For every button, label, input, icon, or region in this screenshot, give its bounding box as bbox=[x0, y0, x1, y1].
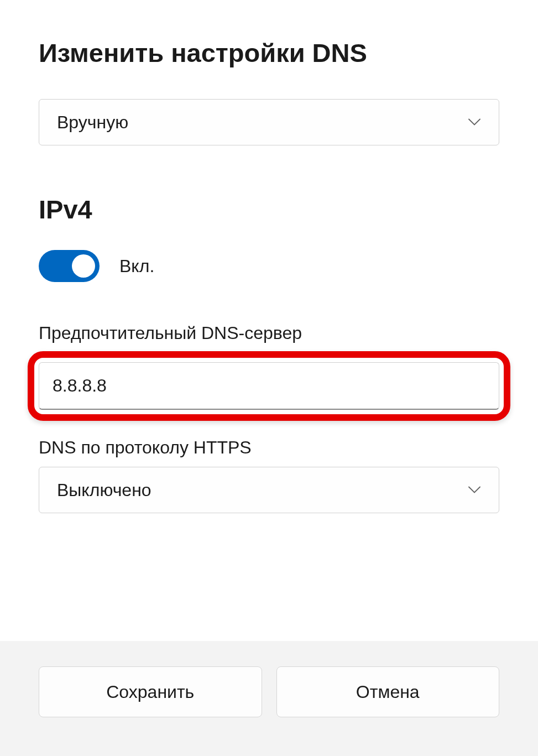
doh-dropdown-value: Выключено bbox=[57, 480, 152, 500]
preferred-dns-label: Предпочтительный DNS-сервер bbox=[39, 323, 499, 343]
mode-dropdown[interactable]: Вручную bbox=[39, 99, 499, 145]
chevron-down-icon bbox=[468, 483, 481, 497]
dns-settings-dialog: Изменить настройки DNS Вручную IPv4 Вкл.… bbox=[0, 0, 538, 756]
ipv4-section-title: IPv4 bbox=[39, 194, 499, 225]
preferred-dns-input[interactable] bbox=[39, 362, 499, 410]
dialog-content: Изменить настройки DNS Вручную IPv4 Вкл.… bbox=[0, 0, 538, 641]
highlight-annotation bbox=[28, 351, 510, 421]
ipv4-toggle[interactable] bbox=[39, 250, 100, 282]
mode-dropdown-value: Вручную bbox=[57, 112, 128, 133]
dialog-title: Изменить настройки DNS bbox=[39, 38, 499, 68]
chevron-down-icon bbox=[468, 116, 481, 129]
doh-dropdown[interactable]: Выключено bbox=[39, 467, 499, 513]
dialog-footer: Сохранить Отмена bbox=[0, 641, 538, 756]
toggle-thumb bbox=[72, 254, 95, 278]
ipv4-toggle-row: Вкл. bbox=[39, 250, 499, 282]
doh-label: DNS по протоколу HTTPS bbox=[39, 437, 499, 458]
cancel-button[interactable]: Отмена bbox=[276, 666, 500, 717]
save-button[interactable]: Сохранить bbox=[39, 666, 262, 717]
ipv4-toggle-label: Вкл. bbox=[119, 256, 154, 277]
